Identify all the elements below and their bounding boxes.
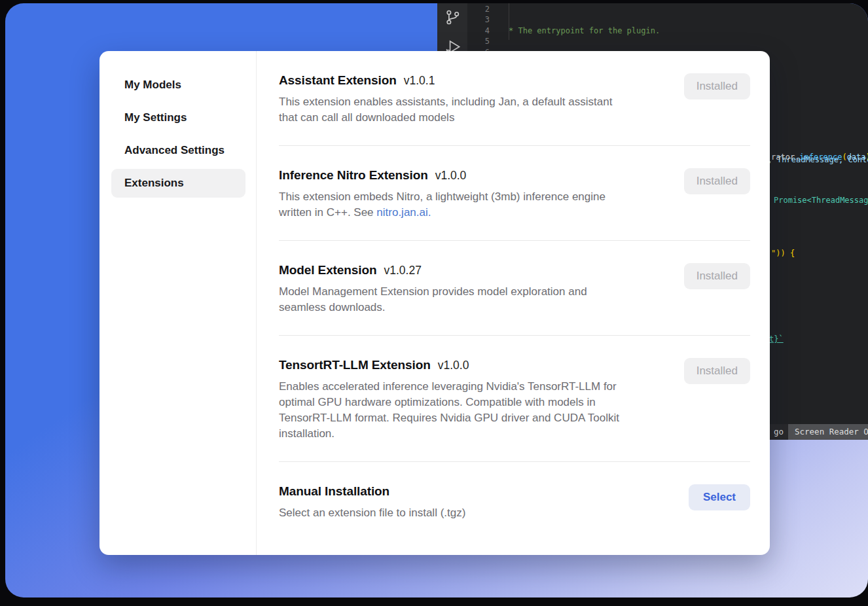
extension-version: v1.0.0 xyxy=(435,169,467,182)
extensions-list: Assistant Extensionv1.0.1 This extension… xyxy=(257,51,770,555)
extension-info: Inference Nitro Extensionv1.0.0 This ext… xyxy=(279,168,606,221)
extension-version: v1.0.27 xyxy=(384,264,421,277)
installed-button[interactable]: Installed xyxy=(684,168,750,194)
extension-description: Enables accelerated inference leveraging… xyxy=(279,379,619,442)
extension-title-row: Inference Nitro Extensionv1.0.0 xyxy=(279,168,606,183)
extension-info: Model Extensionv1.0.27 Model Management … xyxy=(279,263,587,315)
source-control-icon[interactable] xyxy=(444,9,461,26)
extension-title-row: Model Extensionv1.0.27 xyxy=(279,263,587,277)
extension-title: Inference Nitro Extension xyxy=(279,168,428,182)
extension-title-row: Assistant Extensionv1.0.1 xyxy=(279,73,612,88)
extension-description: This extension enables assistants, inclu… xyxy=(279,94,612,126)
extension-row-assistant: Assistant Extensionv1.0.1 This extension… xyxy=(279,73,750,146)
settings-sidebar: My Models My Settings Advanced Settings … xyxy=(99,51,257,555)
sidebar-item-my-settings[interactable]: My Settings xyxy=(111,103,245,132)
extension-title: TensortRT-LLM Extension xyxy=(279,358,431,372)
code-fragment-template-end: t}` xyxy=(769,334,784,344)
settings-modal: My Models My Settings Advanced Settings … xyxy=(99,51,770,555)
extension-title-row: Manual Installation xyxy=(279,484,465,499)
extension-row-model: Model Extensionv1.0.27 Model Management … xyxy=(279,241,750,336)
sidebar-item-advanced-settings[interactable]: Advanced Settings xyxy=(111,136,245,165)
extension-description: Model Management Extension provides mode… xyxy=(279,284,587,315)
nitro-jan-ai-link[interactable]: nitro.jan.ai. xyxy=(376,206,431,219)
extension-info: Assistant Extensionv1.0.1 This extension… xyxy=(279,73,612,126)
extension-version: v1.0.0 xyxy=(438,359,469,372)
code-line: * The entrypoint for the plugin. xyxy=(503,26,868,36)
extension-title-row: TensortRT-LLM Extensionv1.0.0 xyxy=(279,358,619,372)
installed-button[interactable]: Installed xyxy=(684,73,750,99)
sidebar-item-extensions[interactable]: Extensions xyxy=(111,169,245,198)
code-fragment-promise-type: Promise<ThreadMessage> xyxy=(774,195,868,205)
extension-version: v1.0.1 xyxy=(404,74,435,87)
installed-button[interactable]: Installed xyxy=(684,263,750,289)
extension-row-inference-nitro: Inference Nitro Extensionv1.0.0 This ext… xyxy=(279,146,750,241)
installed-button[interactable]: Installed xyxy=(684,358,750,384)
code-fragment-inference-call: rator.inference(data)); xyxy=(771,152,868,162)
status-bar-text: go xyxy=(774,424,784,440)
extension-info: TensortRT-LLM Extensionv1.0.0 Enables ac… xyxy=(279,358,619,442)
extension-title: Assistant Extension xyxy=(279,73,397,87)
hero-backdrop: 2 3 4 5 6 * The entrypoint for the plugi… xyxy=(5,3,868,597)
manual-installation-description: Select an extension file to install (.tg… xyxy=(279,505,465,521)
manual-installation-row: Manual Installation Select an extension … xyxy=(279,462,750,541)
sidebar-item-my-models[interactable]: My Models xyxy=(111,71,245,99)
extension-description: This extension embeds Nitro, a lightweig… xyxy=(279,189,606,221)
extension-title: Model Extension xyxy=(279,263,376,277)
code-fragment-closing-brace: ")) { xyxy=(771,248,795,258)
editor-line-numbers: 2 3 4 5 6 xyxy=(467,4,490,58)
select-file-button[interactable]: Select xyxy=(689,484,750,510)
screen-reader-optimize-chip[interactable]: Screen Reader Optimize xyxy=(788,424,868,440)
extension-row-tensorrt-llm: TensortRT-LLM Extensionv1.0.0 Enables ac… xyxy=(279,336,750,462)
extension-info: Manual Installation Select an extension … xyxy=(279,484,465,521)
description-text: This extension embeds Nitro, a lightweig… xyxy=(279,190,606,219)
manual-installation-title: Manual Installation xyxy=(279,484,389,498)
